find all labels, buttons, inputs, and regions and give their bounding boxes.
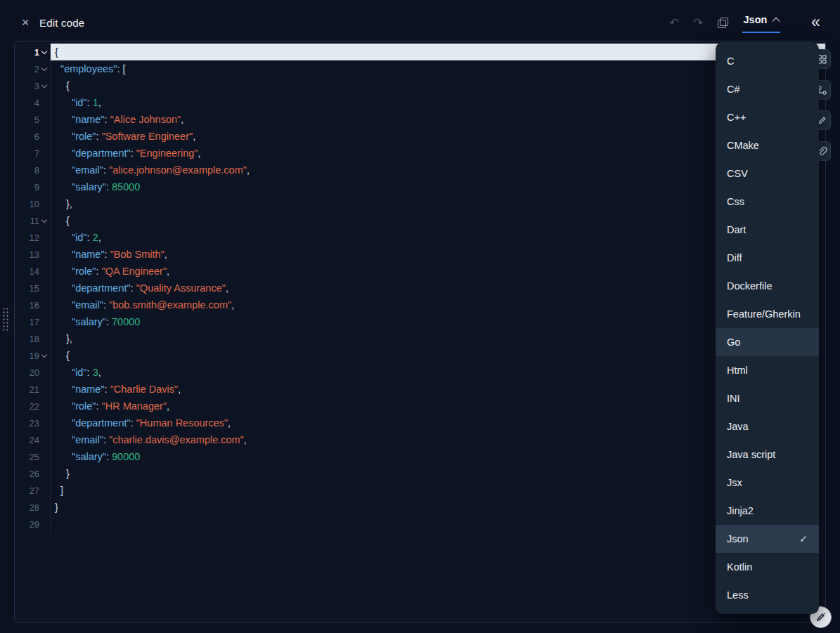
token-punct: : [131,417,136,429]
code-lines: {"employees": [{"id": 1,"name": "Alice J… [50,44,825,533]
code-line[interactable]: ] [51,482,825,499]
fold-spacer [39,200,49,209]
code-line[interactable]: "salary": 85000 [51,178,825,195]
fold-arrow-icon[interactable] [39,216,49,226]
token-punct: , [228,417,231,429]
menu-item-jinja2[interactable]: Jinja2 [716,497,819,525]
line-number: 7 [15,145,50,162]
token-punct: { [55,46,58,58]
code-line[interactable]: "salary": 90000 [51,448,825,465]
menu-item-jsx[interactable]: Jsx [716,469,819,497]
line-number[interactable]: 1 [15,44,50,60]
menu-item-c-[interactable]: C# [716,75,819,103]
code-line[interactable]: "id": 2, [51,229,825,246]
fold-arrow-icon[interactable] [39,81,49,91]
code-line[interactable]: "id": 3, [51,364,825,381]
line-number[interactable]: 2 [15,60,50,77]
code-line[interactable]: { [51,212,825,229]
token-punct: , [198,148,200,159]
collapse-panel-icon[interactable]: « [811,13,819,32]
menu-item-kotlin[interactable]: Kotlin [716,553,819,581]
fold-spacer [39,149,49,158]
menu-item-diff[interactable]: Diff [716,244,819,272]
fold-arrow-icon[interactable] [39,65,49,74]
code-line[interactable]: "department": "Quality Assurance", [51,280,825,296]
line-number[interactable]: 11 [15,212,50,229]
redo-icon[interactable]: ↷ [693,17,703,29]
menu-item-csv[interactable]: CSV [716,159,819,188]
menu-item-ini[interactable]: INI [716,384,819,412]
menu-item-label: Java [727,421,749,432]
code-line[interactable]: "employees": [ [51,60,825,77]
code-line[interactable]: "id": 1, [51,94,825,111]
menu-item-java-script[interactable]: Java script [716,441,819,469]
token-key: "name" [72,114,105,125]
menu-item-label: Diff [727,252,742,263]
menu-item-feature-gherkin[interactable]: Feature/Gherkin [716,300,819,328]
menu-item-label: CSV [727,168,748,179]
menu-item-cmake[interactable]: CMake [716,131,819,159]
code-line[interactable]: { [51,44,825,60]
line-number[interactable]: 3 [15,77,50,94]
line-number: 6 [15,128,50,145]
token-key: "id" [72,97,87,108]
code-line[interactable]: }, [51,330,825,347]
copy-icon[interactable] [718,18,728,28]
code-line[interactable]: } [51,499,825,516]
token-punct: : [87,97,93,108]
code-line[interactable] [51,516,825,533]
line-number: 4 [15,94,50,111]
close-icon[interactable]: × [18,15,32,30]
fold-arrow-icon[interactable] [39,351,49,360]
menu-item-dockerfile[interactable]: Dockerfile [716,272,819,300]
code-line[interactable]: "name": "Alice Johnson", [51,111,825,128]
menu-item-java[interactable]: Java [716,412,819,441]
code-line[interactable]: { [51,77,825,94]
menu-item-html[interactable]: Html [716,356,819,384]
code-line[interactable]: } [51,465,825,482]
header-toolbar: ↶ ↷ Json [669,13,780,32]
menu-item-css[interactable]: Css [716,188,819,216]
token-punct: : [131,148,136,159]
undo-icon[interactable]: ↶ [669,17,679,29]
code-line[interactable]: "department": "Human Resources", [51,415,825,431]
line-number: 14 [15,263,50,280]
code-line[interactable]: "role": "QA Engineer", [51,263,825,280]
code-line[interactable]: "name": "Bob Smith", [51,246,825,263]
code-line[interactable]: "role": "Software Engineer", [51,128,825,145]
fold-spacer [39,334,49,344]
code-line[interactable]: "role": "HR Manager", [51,398,825,415]
code-line[interactable]: "salary": 70000 [51,313,825,330]
fold-spacer [39,452,49,462]
token-punct: , [193,131,195,142]
menu-item-go[interactable]: Go [716,328,819,356]
menu-item-less[interactable]: Less [716,581,819,609]
fold-spacer [39,419,49,428]
token-punct: , [167,400,169,412]
token-punct: , [181,114,183,125]
menu-item-dart[interactable]: Dart [716,216,819,244]
panel-drag-handle[interactable] [2,307,9,331]
code-line[interactable]: "email": "charlie.davis@example.com", [51,431,825,448]
code-line[interactable]: "department": "Engineering", [51,145,825,162]
token-key: "salary" [72,451,106,462]
token-key: "name" [72,384,105,395]
code-line[interactable]: }, [51,195,825,212]
code-line[interactable]: "name": "Charlie Davis", [51,381,825,398]
code-line[interactable]: "email": "bob.smith@example.com", [51,296,825,313]
menu-item-json[interactable]: Json✓ [716,525,819,553]
menu-item-c-[interactable]: C++ [716,103,819,131]
fold-spacer [39,520,49,529]
line-number: 5 [15,111,50,128]
language-selector-value: Json [744,14,768,25]
token-punct: : [105,249,110,260]
code-line[interactable]: "email": "alice.johnson@example.com", [51,162,825,178]
token-punct: , [98,232,101,243]
token-punct: : [103,434,109,445]
token-string: "bob.smith@example.com" [109,299,231,311]
line-number[interactable]: 19 [15,347,50,364]
language-selector[interactable]: Json [742,13,781,33]
fold-arrow-icon[interactable] [39,48,49,57]
code-line[interactable]: { [51,347,825,364]
menu-item-c[interactable]: C [716,47,819,75]
